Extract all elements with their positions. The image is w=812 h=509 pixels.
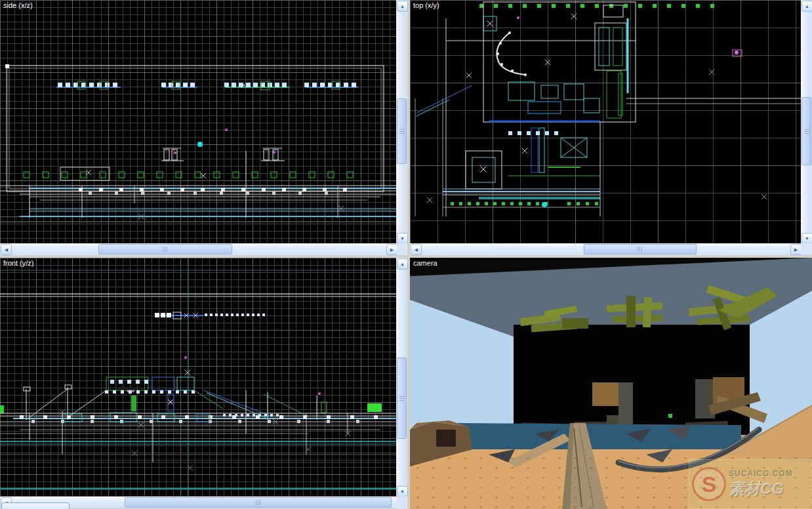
viewport-front[interactable]: front (y/z) — [0, 258, 396, 497]
partial-window-edge[interactable] — [1, 502, 70, 509]
left-arrow-icon: ◀ — [5, 247, 8, 252]
right-arrow-icon: ▶ — [390, 247, 394, 252]
side-hscroll-right-button[interactable]: ▶ — [386, 244, 397, 255]
side-scroll-corner — [397, 243, 407, 255]
down-arrow-icon: ▼ — [805, 236, 809, 241]
side-canvas[interactable] — [0, 0, 396, 243]
watermark: S SUCAICG.COM 素材CG — [689, 459, 812, 509]
up-arrow-icon: ▲ — [400, 262, 405, 266]
up-arrow-icon: ▲ — [400, 4, 405, 9]
side-vscrollbar[interactable]: ▲ ▼ — [396, 0, 407, 243]
top-hscrollbar[interactable]: ◀ ▶ — [410, 243, 801, 255]
watermark-brand-text: 素材CG — [729, 478, 793, 499]
front-canvas[interactable] — [0, 258, 396, 497]
side-vscroll-down-button[interactable]: ▼ — [397, 233, 408, 244]
front-vscrollbar[interactable]: ▲ ▼ — [396, 258, 407, 497]
viewport-side-label: side (x/z) — [1, 1, 35, 10]
top-hscroll-thumb[interactable] — [584, 244, 697, 254]
down-arrow-icon: ▼ — [400, 489, 405, 494]
top-canvas[interactable] — [410, 0, 801, 243]
viewport-camera-label: camera — [411, 258, 439, 268]
side-hscroll-left-button[interactable]: ◀ — [1, 244, 12, 255]
watermark-site-text: SUCAICG.COM — [729, 469, 793, 478]
down-arrow-icon: ▼ — [400, 236, 405, 241]
side-vscroll-up-button[interactable]: ▲ — [397, 1, 408, 12]
front-vscroll-down-button[interactable]: ▼ — [397, 486, 408, 497]
viewport-camera[interactable]: camera S SUCAICG.COM 素材CG — [410, 258, 812, 509]
side-hscrollbar[interactable]: ◀ ▶ — [0, 243, 397, 255]
viewport-front-label: front (y/z) — [1, 258, 35, 268]
top-scroll-corner — [801, 243, 812, 255]
viewport-side[interactable]: side (x/z) — [0, 0, 396, 243]
front-hscroll-thumb[interactable] — [125, 497, 392, 508]
top-vscroll-thumb[interactable] — [802, 97, 811, 165]
top-vscroll-up-button[interactable]: ▲ — [802, 1, 812, 12]
viewport-top[interactable]: top (x/y) — [410, 0, 801, 243]
top-vscrollbar[interactable]: ▲ ▼ — [801, 0, 812, 243]
top-hscroll-left-button[interactable]: ◀ — [411, 244, 422, 255]
front-scroll-corner — [397, 497, 407, 509]
watermark-logo-icon: S — [692, 467, 726, 501]
front-vscroll-up-button[interactable]: ▲ — [397, 258, 408, 270]
top-vscroll-down-button[interactable]: ▼ — [802, 233, 812, 244]
editor-window: side (x/z) ▲ ▼ ◀ ▶ top (x/y) ▲ ▼ ◀ ▶ fro… — [0, 0, 812, 509]
viewport-top-label: top (x/y) — [411, 1, 441, 10]
right-arrow-icon: ▶ — [794, 247, 798, 252]
up-arrow-icon: ▲ — [805, 4, 809, 9]
top-hscroll-right-button[interactable]: ▶ — [790, 244, 802, 255]
side-vscroll-thumb[interactable] — [397, 98, 407, 164]
left-arrow-icon: ◀ — [415, 247, 418, 252]
front-vscroll-thumb[interactable] — [397, 357, 407, 439]
side-hscroll-thumb[interactable] — [98, 244, 232, 254]
